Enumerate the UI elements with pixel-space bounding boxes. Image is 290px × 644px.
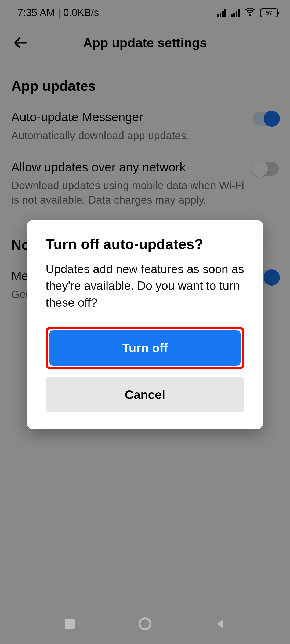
recent-apps-button[interactable]	[59, 613, 81, 635]
highlight-box: Turn off	[46, 327, 244, 369]
circle-icon	[139, 617, 151, 630]
square-icon	[65, 619, 75, 629]
cancel-button[interactable]: Cancel	[46, 377, 244, 412]
dialog-actions: Turn off Cancel	[46, 327, 244, 412]
triangle-back-icon	[214, 618, 226, 630]
turn-off-autoupdates-dialog: Turn off auto-updates? Updates add new f…	[27, 220, 263, 429]
turn-off-button[interactable]: Turn off	[49, 330, 241, 366]
screen: 7:35 AM | 0.0KB/s 57	[0, 0, 290, 644]
back-nav-button[interactable]	[209, 613, 231, 635]
home-button[interactable]	[134, 613, 156, 635]
dialog-body: Updates add new features as soon as they…	[46, 261, 244, 311]
navigation-bar	[0, 604, 290, 644]
dialog-title: Turn off auto-updates?	[46, 236, 244, 252]
